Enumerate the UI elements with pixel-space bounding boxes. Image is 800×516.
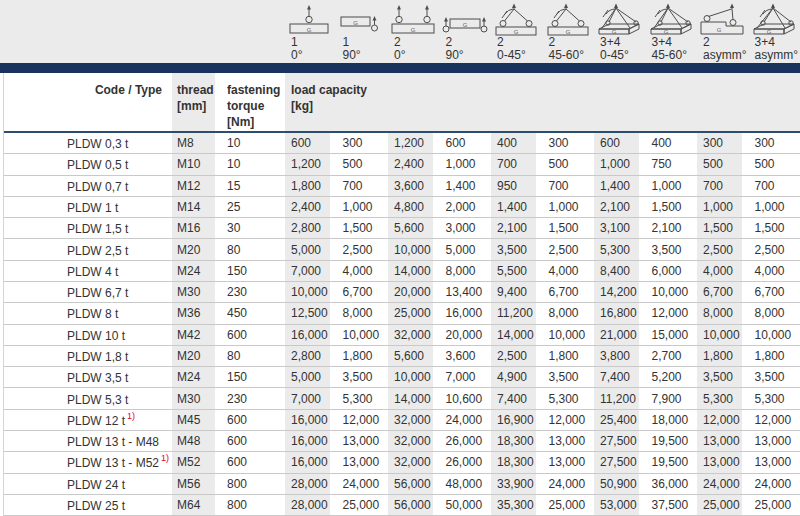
load-capacity-cell: 4,800 bbox=[388, 197, 440, 217]
load-capacity-cell: 7,000 bbox=[285, 388, 337, 408]
load-capacity-cell: 2,500 bbox=[337, 239, 389, 259]
load-capacity-cell: 600 bbox=[285, 133, 337, 153]
load-capacity-cell: 56,000 bbox=[388, 474, 440, 494]
svg-text:G: G bbox=[565, 29, 570, 35]
torque-cell: 600 bbox=[222, 413, 285, 427]
table-row: PLDW 1 tM14252,4001,0004,8002,0001,4001,… bbox=[4, 197, 800, 218]
code-text: PLDW 5,3 t bbox=[67, 393, 128, 407]
sling-angle: 0° bbox=[291, 49, 302, 62]
thread-cell: M20 bbox=[172, 346, 222, 366]
table-row: PLDW 3,5 tM241505,0003,50010,0007,0004,9… bbox=[4, 367, 800, 388]
torque-cell: 150 bbox=[222, 370, 285, 384]
load-capacity-cell: 5,300 bbox=[697, 388, 749, 408]
two-leg-side-icon: G bbox=[442, 3, 488, 36]
sling-config-col: G20° bbox=[388, 0, 440, 63]
code-text: PLDW 6,7 t bbox=[67, 286, 128, 300]
load-capacity-cell: 12,000 bbox=[543, 410, 595, 430]
svg-text:G: G bbox=[411, 27, 416, 33]
load-capacity-cell: 7,900 bbox=[646, 388, 698, 408]
two-leg-asymm-icon: G bbox=[699, 3, 745, 36]
load-capacity-cell: 24,000 bbox=[749, 474, 800, 494]
load-capacity-cell: 3,800 bbox=[594, 346, 646, 366]
load-capacity-cell: 12,500 bbox=[285, 303, 337, 323]
load-capacity-cell: 5,000 bbox=[285, 239, 337, 259]
code-cell: PLDW 24 t bbox=[4, 476, 172, 492]
table-row: PLDW 0,3 tM8106003001,200600400300600400… bbox=[4, 133, 800, 154]
code-text: PLDW 13 t - M52 bbox=[67, 456, 159, 470]
load-capacity-cell: 1,400 bbox=[491, 197, 543, 217]
load-capacity-cell: 12,000 bbox=[697, 410, 749, 430]
torque-cell: 10 bbox=[222, 157, 285, 171]
sling-angle: asymm° bbox=[703, 49, 746, 62]
load-capacity-cell: 33,900 bbox=[491, 474, 543, 494]
load-capacity-cell: 19,500 bbox=[646, 431, 698, 451]
load-capacity-cell: 24,000 bbox=[440, 410, 492, 430]
load-capacity-cell: 26,000 bbox=[440, 431, 492, 451]
load-capacity-cell: 2,800 bbox=[285, 218, 337, 238]
code-text: PLDW 24 t bbox=[67, 478, 125, 492]
sling-angle: 0-45° bbox=[600, 49, 629, 62]
load-capacity-cell: 2,500 bbox=[697, 239, 749, 259]
load-capacity-cell: 6,700 bbox=[697, 282, 749, 302]
load-capacity-cell: 5,200 bbox=[646, 367, 698, 387]
load-capacity-cell: 3,600 bbox=[388, 176, 440, 196]
table-row: PLDW 24 tM5680028,00024,00056,00048,0003… bbox=[4, 474, 800, 495]
code-type-header: Code / Type bbox=[4, 73, 172, 131]
torque-cell: 450 bbox=[222, 306, 285, 320]
thread-cell: M64 bbox=[172, 495, 222, 515]
sling-angle: 90° bbox=[446, 49, 464, 62]
load-capacity-cell: 2,500 bbox=[749, 239, 800, 259]
load-capacity-cell: 28,000 bbox=[285, 474, 337, 494]
load-capacity-cell: 2,700 bbox=[646, 346, 698, 366]
sling-config-col: G190° bbox=[337, 0, 389, 63]
thread-cell: M24 bbox=[172, 367, 222, 387]
load-capacity-cell: 3,500 bbox=[697, 367, 749, 387]
two-leg-sling-icon: G bbox=[493, 3, 539, 36]
code-text: PLDW 13 t - M48 bbox=[67, 435, 159, 449]
thread-cell: M12 bbox=[172, 176, 222, 196]
load-capacity-cell: 11,200 bbox=[491, 303, 543, 323]
load-capacity-cell: 24,000 bbox=[543, 474, 595, 494]
divider-bar bbox=[0, 63, 800, 73]
table-row: PLDW 12 t1)M4560016,00012,00032,00024,00… bbox=[4, 410, 800, 431]
load-capacity-cell: 500 bbox=[337, 154, 389, 174]
load-capacity-cell: 700 bbox=[491, 154, 543, 174]
load-capacity-cell: 3,100 bbox=[594, 218, 646, 238]
sling-angle: 45-60° bbox=[549, 49, 585, 62]
load-capacity-cell: 11,200 bbox=[594, 388, 646, 408]
load-capacity-cell: 5,300 bbox=[337, 388, 389, 408]
thread-cell: M20 bbox=[172, 239, 222, 259]
load-capacity-cell: 9,400 bbox=[491, 282, 543, 302]
load-capacity-cell: 13,000 bbox=[543, 452, 595, 472]
load-capacity-cell: 4,000 bbox=[337, 261, 389, 281]
thread-cell: M52 bbox=[172, 452, 222, 472]
thread-cell: M45 bbox=[172, 410, 222, 430]
load-capacity-cell: 4,900 bbox=[491, 367, 543, 387]
load-capacity-cell: 25,000 bbox=[388, 303, 440, 323]
load-capacity-cell: 300 bbox=[337, 133, 389, 153]
code-text: PLDW 1,5 t bbox=[67, 222, 128, 236]
code-cell: PLDW 5,3 t bbox=[4, 391, 172, 407]
load-capacity-cell: 10,000 bbox=[337, 325, 389, 345]
thread-cell: M30 bbox=[172, 388, 222, 408]
load-capacity-cell: 16,800 bbox=[594, 303, 646, 323]
code-text: PLDW 0,7 t bbox=[67, 180, 128, 194]
load-capacity-cell: 700 bbox=[543, 176, 595, 196]
code-cell: PLDW 3,5 t bbox=[4, 369, 172, 385]
code-cell: PLDW 0,7 t bbox=[4, 178, 172, 194]
sling-config-columns: G10°G190°G20°G290°G20-45°G245-60°G3+40-4… bbox=[285, 0, 800, 63]
load-capacity-cell: 13,000 bbox=[749, 431, 800, 451]
load-capacity-cell: 1,800 bbox=[697, 346, 749, 366]
code-cell: PLDW 2,5 t bbox=[4, 242, 172, 258]
sling-config-col: G20-45° bbox=[491, 0, 543, 63]
torque-cell: 10 bbox=[222, 136, 285, 150]
torque-cell: 15 bbox=[222, 179, 285, 193]
code-cell: PLDW 25 t bbox=[4, 497, 172, 513]
load-capacity-cell: 13,000 bbox=[697, 431, 749, 451]
three-four-leg-sling-icon: G bbox=[596, 3, 642, 36]
load-capacity-cell: 13,000 bbox=[337, 452, 389, 472]
torque-cell: 150 bbox=[222, 264, 285, 278]
sling-angle: 0-45° bbox=[497, 49, 526, 62]
torque-cell: 30 bbox=[222, 221, 285, 235]
load-capacity-cell: 50,900 bbox=[594, 474, 646, 494]
